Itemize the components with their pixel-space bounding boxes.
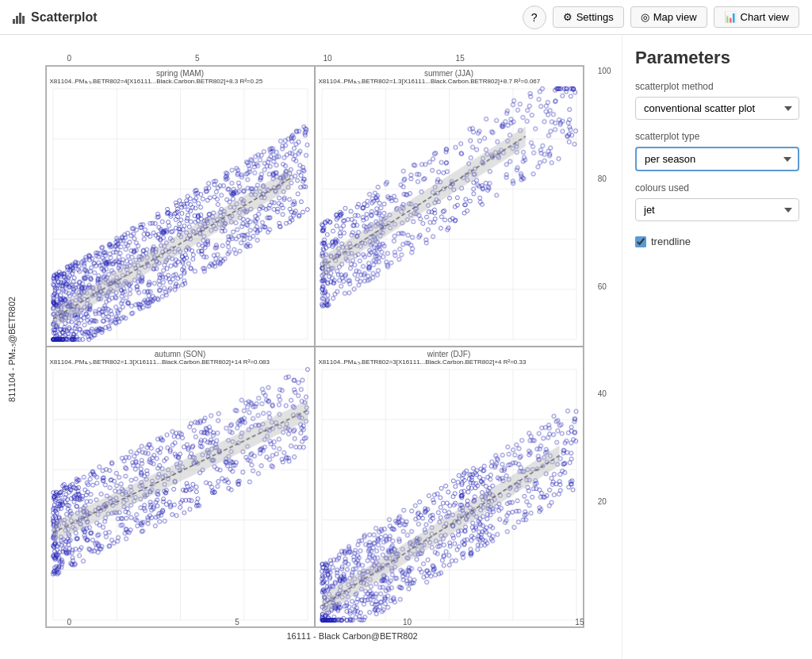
- panel-autumn-formula: X81104..PM₂.₅.BETR802=1.3[X16111...Black…: [50, 358, 270, 366]
- panel-winter: winter (DJF) X81104..PM₂.₅.BETR802=3[X16…: [315, 347, 584, 627]
- panel-spring-canvas: [47, 67, 314, 346]
- help-button[interactable]: ?: [523, 6, 546, 29]
- bottom-x-axis: 0 5 10 15: [67, 618, 584, 626]
- panel-autumn-title: autumn (SON): [155, 350, 205, 358]
- chart-area: 811104 - PM₂.₅@BETR802 0 5 10 15 · 100 8…: [0, 35, 622, 659]
- chart-view-button[interactable]: 📊 Chart view: [714, 6, 799, 28]
- panel-spring: spring (MAM) X81104..PM₂.₅.BETR802=4[X16…: [46, 66, 315, 347]
- panel-autumn-canvas: [47, 347, 314, 626]
- app-title: Scatterplot: [31, 10, 98, 25]
- panel-spring-title: spring (MAM): [156, 69, 204, 78]
- scatterplot-method-select[interactable]: conventional scatter plot: [635, 97, 799, 120]
- params-title: Parameters: [635, 48, 799, 68]
- app-title-area: Scatterplot: [13, 10, 98, 25]
- right-panel: Parameters scatterplot method convention…: [622, 35, 812, 659]
- app-logo-icon: [13, 11, 25, 24]
- settings-button[interactable]: ⚙ Settings: [553, 6, 624, 28]
- colours-select[interactable]: jet: [635, 198, 799, 221]
- scatterplot-method-label: scatterplot method: [635, 81, 799, 92]
- map-icon: ◎: [641, 11, 649, 23]
- right-y-axis: 100 80 60 40 20 0: [598, 67, 611, 614]
- main-content: 811104 - PM₂.₅@BETR802 0 5 10 15 · 100 8…: [0, 35, 812, 659]
- x-axis-label: 16111 - Black Carbon@BETR802: [286, 631, 417, 641]
- panel-summer-title: summer (JJA): [424, 69, 473, 78]
- trendline-row: trendline: [635, 236, 799, 247]
- trendline-label[interactable]: trendline: [651, 236, 691, 247]
- panel-summer-canvas: [316, 67, 583, 346]
- panel-spring-formula: X81104..PM₂.₅.BETR802=4[X16111...Black.C…: [50, 78, 263, 85]
- scatter-grid: spring (MAM) X81104..PM₂.₅.BETR802=4[X16…: [45, 65, 584, 628]
- panel-winter-title: winter (DJF): [427, 350, 470, 358]
- trendline-checkbox[interactable]: [635, 236, 646, 247]
- chart-icon: 📊: [724, 11, 737, 23]
- settings-icon: ⚙: [563, 11, 573, 23]
- panel-summer-formula: X81104..PM₂.₅.BETR802=1.3[X16111...Black…: [319, 78, 541, 85]
- top-axis: 0 5 10 15 ·: [67, 54, 591, 63]
- panel-autumn: autumn (SON) X81104..PM₂.₅.BETR802=1.3[X…: [46, 347, 315, 627]
- map-view-button[interactable]: ◎ Map view: [630, 6, 707, 28]
- chart-wrapper: 811104 - PM₂.₅@BETR802 0 5 10 15 · 100 8…: [12, 43, 615, 646]
- panel-winter-canvas: [316, 347, 583, 626]
- panel-winter-formula: X81104..PM₂.₅.BETR802=3[X16111...Black.C…: [319, 358, 527, 366]
- scatterplot-type-select[interactable]: per season: [635, 147, 799, 171]
- header-buttons: ? ⚙ Settings ◎ Map view 📊 Chart view: [523, 6, 799, 29]
- header: Scatterplot ? ⚙ Settings ◎ Map view 📊 Ch…: [0, 0, 812, 35]
- panel-summer: summer (JJA) X81104..PM₂.₅.BETR802=1.3[X…: [315, 66, 584, 347]
- y-axis-label: 811104 - PM₂.₅@BETR802: [6, 270, 17, 429]
- colours-label: colours used: [635, 182, 799, 193]
- scatterplot-type-label: scatterplot type: [635, 131, 799, 142]
